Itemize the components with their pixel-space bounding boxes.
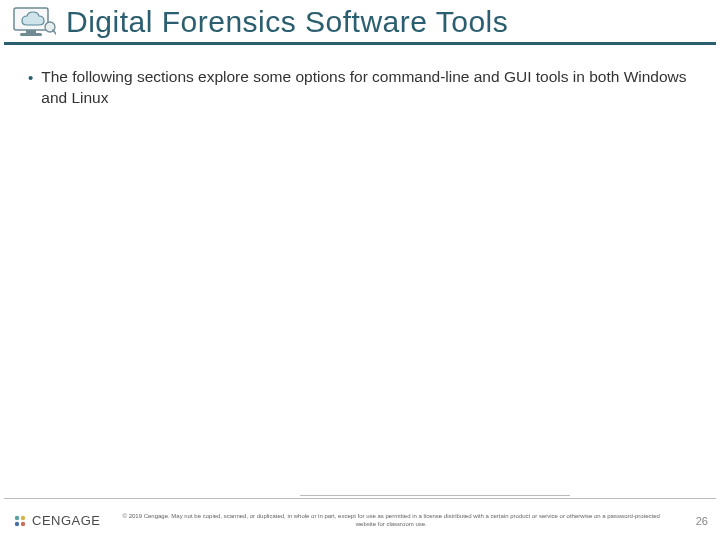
svg-point-5 <box>15 515 19 519</box>
divider-scribble <box>300 494 570 498</box>
footer-legal-text: © 2019 Cengage. May not be copied, scann… <box>101 513 682 527</box>
svg-line-4 <box>53 30 56 34</box>
cengage-logo-icon <box>12 513 28 529</box>
bullet-item: • The following sections explore some op… <box>28 67 692 109</box>
bullet-marker: • <box>28 67 33 88</box>
footer-brand: CENGAGE <box>12 513 101 529</box>
svg-rect-1 <box>26 30 36 33</box>
svg-point-6 <box>21 515 25 519</box>
svg-point-8 <box>21 521 25 525</box>
footer-brand-text: CENGAGE <box>32 513 101 528</box>
page-number: 26 <box>682 515 708 527</box>
slide-title: Digital Forensics Software Tools <box>66 5 508 42</box>
svg-point-7 <box>15 521 19 525</box>
svg-rect-2 <box>20 33 42 36</box>
slide-header: Digital Forensics Software Tools <box>4 0 716 45</box>
bullet-text: The following sections explore some opti… <box>41 67 692 109</box>
cloud-monitor-icon <box>12 4 56 42</box>
slide-footer: CENGAGE © 2019 Cengage. May not be copie… <box>4 498 716 540</box>
slide: Digital Forensics Software Tools • The f… <box>0 0 720 540</box>
slide-body: • The following sections explore some op… <box>0 45 720 494</box>
